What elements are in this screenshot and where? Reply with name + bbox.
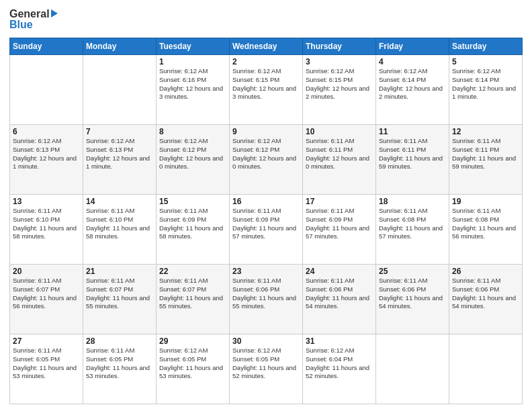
day-number: 15 [159, 197, 226, 206]
day-info: Sunrise: 6:12 AM Sunset: 6:05 PM Dayligh… [232, 347, 300, 381]
calendar-cell: 18Sunrise: 6:11 AM Sunset: 6:08 PM Dayli… [376, 195, 449, 265]
day-info: Sunrise: 6:11 AM Sunset: 6:06 PM Dayligh… [232, 277, 300, 311]
day-info: Sunrise: 6:11 AM Sunset: 6:09 PM Dayligh… [306, 207, 373, 241]
day-number: 6 [13, 127, 80, 136]
calendar-header-saturday: Saturday [449, 38, 523, 55]
calendar-cell: 4Sunrise: 6:12 AM Sunset: 6:14 PM Daylig… [376, 55, 449, 125]
svg-text:General: General [9, 8, 50, 19]
calendar-cell: 23Sunrise: 6:11 AM Sunset: 6:06 PM Dayli… [230, 265, 303, 334]
header: GeneralBlue [9, 7, 523, 32]
calendar-week-row: 13Sunrise: 6:11 AM Sunset: 6:10 PM Dayli… [10, 195, 523, 265]
calendar-cell: 21Sunrise: 6:11 AM Sunset: 6:07 PM Dayli… [83, 265, 157, 334]
day-number: 18 [379, 197, 446, 206]
day-info: Sunrise: 6:12 AM Sunset: 6:15 PM Dayligh… [232, 67, 300, 101]
day-number: 14 [86, 197, 153, 206]
day-number: 22 [159, 267, 226, 276]
calendar-cell: 16Sunrise: 6:11 AM Sunset: 6:09 PM Dayli… [230, 195, 303, 265]
day-number: 3 [306, 57, 373, 66]
calendar-cell: 31Sunrise: 6:12 AM Sunset: 6:04 PM Dayli… [303, 334, 376, 404]
day-info: Sunrise: 6:11 AM Sunset: 6:07 PM Dayligh… [13, 277, 80, 311]
day-info: Sunrise: 6:11 AM Sunset: 6:05 PM Dayligh… [13, 347, 80, 381]
calendar-cell: 9Sunrise: 6:12 AM Sunset: 6:12 PM Daylig… [230, 125, 303, 195]
day-number: 9 [232, 127, 300, 136]
calendar-cell: 12Sunrise: 6:11 AM Sunset: 6:11 PM Dayli… [449, 125, 523, 195]
calendar-cell: 19Sunrise: 6:11 AM Sunset: 6:08 PM Dayli… [449, 195, 523, 265]
calendar-table: SundayMondayTuesdayWednesdayThursdayFrid… [9, 38, 523, 404]
day-number: 30 [232, 336, 300, 346]
calendar-cell: 28Sunrise: 6:11 AM Sunset: 6:05 PM Dayli… [83, 334, 157, 404]
day-number: 25 [379, 267, 446, 276]
calendar-cell [449, 334, 523, 404]
day-number: 8 [159, 127, 226, 136]
calendar-header-row: SundayMondayTuesdayWednesdayThursdayFrid… [10, 38, 523, 55]
svg-text:Blue: Blue [9, 19, 33, 30]
day-number: 28 [86, 336, 153, 346]
day-number: 16 [232, 197, 300, 206]
calendar-cell: 24Sunrise: 6:11 AM Sunset: 6:06 PM Dayli… [303, 265, 376, 334]
day-number: 7 [86, 127, 153, 136]
day-number: 12 [452, 127, 519, 136]
day-number: 23 [232, 267, 300, 276]
calendar-header-monday: Monday [83, 38, 157, 55]
calendar-cell: 27Sunrise: 6:11 AM Sunset: 6:05 PM Dayli… [10, 334, 83, 404]
day-number: 27 [13, 336, 80, 346]
calendar-cell: 20Sunrise: 6:11 AM Sunset: 6:07 PM Dayli… [10, 265, 83, 334]
logo-svg: GeneralBlue [9, 7, 63, 32]
calendar-header-tuesday: Tuesday [157, 38, 230, 55]
day-info: Sunrise: 6:11 AM Sunset: 6:11 PM Dayligh… [379, 137, 446, 171]
calendar-cell: 17Sunrise: 6:11 AM Sunset: 6:09 PM Dayli… [303, 195, 376, 265]
logo: GeneralBlue [9, 7, 63, 32]
day-info: Sunrise: 6:12 AM Sunset: 6:16 PM Dayligh… [159, 67, 226, 101]
calendar-cell: 8Sunrise: 6:12 AM Sunset: 6:12 PM Daylig… [157, 125, 230, 195]
calendar-cell: 1Sunrise: 6:12 AM Sunset: 6:16 PM Daylig… [157, 55, 230, 125]
page: GeneralBlue SundayMondayTuesdayWednesday… [0, 0, 532, 411]
day-info: Sunrise: 6:11 AM Sunset: 6:10 PM Dayligh… [86, 207, 153, 241]
calendar-cell: 2Sunrise: 6:12 AM Sunset: 6:15 PM Daylig… [230, 55, 303, 125]
day-info: Sunrise: 6:11 AM Sunset: 6:06 PM Dayligh… [452, 277, 519, 311]
day-info: Sunrise: 6:11 AM Sunset: 6:11 PM Dayligh… [306, 137, 373, 171]
day-info: Sunrise: 6:11 AM Sunset: 6:10 PM Dayligh… [13, 207, 80, 241]
day-number: 17 [306, 197, 373, 206]
calendar-cell: 29Sunrise: 6:12 AM Sunset: 6:05 PM Dayli… [157, 334, 230, 404]
day-info: Sunrise: 6:12 AM Sunset: 6:13 PM Dayligh… [86, 137, 153, 171]
day-number: 13 [13, 197, 80, 206]
calendar-cell: 26Sunrise: 6:11 AM Sunset: 6:06 PM Dayli… [449, 265, 523, 334]
calendar-cell: 7Sunrise: 6:12 AM Sunset: 6:13 PM Daylig… [83, 125, 157, 195]
calendar-week-row: 1Sunrise: 6:12 AM Sunset: 6:16 PM Daylig… [10, 55, 523, 125]
svg-marker-0 [51, 9, 58, 17]
day-info: Sunrise: 6:12 AM Sunset: 6:13 PM Dayligh… [13, 137, 80, 171]
calendar-week-row: 27Sunrise: 6:11 AM Sunset: 6:05 PM Dayli… [10, 334, 523, 404]
calendar-header-wednesday: Wednesday [230, 38, 303, 55]
day-number: 5 [452, 57, 519, 66]
day-info: Sunrise: 6:11 AM Sunset: 6:08 PM Dayligh… [452, 207, 519, 241]
day-number: 24 [306, 267, 373, 276]
day-info: Sunrise: 6:12 AM Sunset: 6:12 PM Dayligh… [232, 137, 300, 171]
calendar-week-row: 6Sunrise: 6:12 AM Sunset: 6:13 PM Daylig… [10, 125, 523, 195]
calendar-cell: 22Sunrise: 6:11 AM Sunset: 6:07 PM Dayli… [157, 265, 230, 334]
calendar-cell [83, 55, 157, 125]
calendar-cell: 3Sunrise: 6:12 AM Sunset: 6:15 PM Daylig… [303, 55, 376, 125]
day-info: Sunrise: 6:11 AM Sunset: 6:05 PM Dayligh… [86, 347, 153, 381]
day-info: Sunrise: 6:11 AM Sunset: 6:06 PM Dayligh… [379, 277, 446, 311]
day-info: Sunrise: 6:11 AM Sunset: 6:09 PM Dayligh… [159, 207, 226, 241]
day-number: 4 [379, 57, 446, 66]
calendar-header-sunday: Sunday [10, 38, 83, 55]
day-number: 31 [306, 336, 373, 346]
day-number: 10 [306, 127, 373, 136]
calendar-cell: 11Sunrise: 6:11 AM Sunset: 6:11 PM Dayli… [376, 125, 449, 195]
calendar-header-thursday: Thursday [303, 38, 376, 55]
day-number: 20 [13, 267, 80, 276]
day-number: 11 [379, 127, 446, 136]
day-info: Sunrise: 6:11 AM Sunset: 6:07 PM Dayligh… [86, 277, 153, 311]
day-number: 21 [86, 267, 153, 276]
calendar-header-friday: Friday [376, 38, 449, 55]
day-info: Sunrise: 6:12 AM Sunset: 6:04 PM Dayligh… [306, 347, 373, 381]
calendar-cell [376, 334, 449, 404]
day-info: Sunrise: 6:11 AM Sunset: 6:11 PM Dayligh… [452, 137, 519, 171]
calendar-cell: 30Sunrise: 6:12 AM Sunset: 6:05 PM Dayli… [230, 334, 303, 404]
day-number: 26 [452, 267, 519, 276]
calendar-cell: 5Sunrise: 6:12 AM Sunset: 6:14 PM Daylig… [449, 55, 523, 125]
day-info: Sunrise: 6:12 AM Sunset: 6:14 PM Dayligh… [379, 67, 446, 101]
calendar-week-row: 20Sunrise: 6:11 AM Sunset: 6:07 PM Dayli… [10, 265, 523, 334]
day-number: 1 [159, 57, 226, 66]
